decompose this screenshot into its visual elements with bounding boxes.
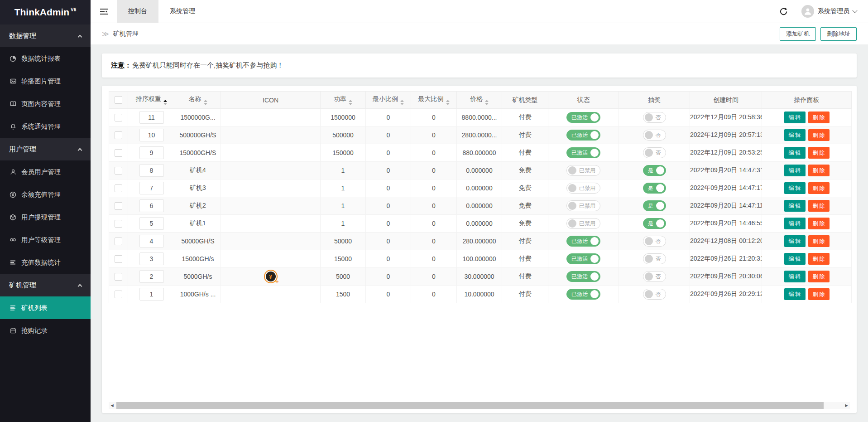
sort-weight-input[interactable]: 3 — [139, 252, 164, 265]
add-miner-button[interactable]: 添加矿机 — [780, 27, 816, 41]
status-toggle[interactable]: 已禁用 — [566, 183, 600, 194]
tab-system-management[interactable]: 系统管理 — [158, 0, 206, 23]
lottery-toggle[interactable]: 否 — [643, 271, 666, 282]
horizontal-scrollbar[interactable]: ◀ ▶ — [109, 402, 850, 409]
lottery-toggle[interactable]: 否 — [643, 253, 666, 264]
row-checkbox[interactable] — [115, 202, 122, 210]
status-toggle[interactable]: 已禁用 — [566, 165, 600, 176]
delete-button[interactable]: 删除 — [808, 129, 830, 141]
lottery-toggle[interactable]: 否 — [643, 112, 666, 123]
delete-button[interactable]: 删除 — [808, 235, 830, 247]
row-checkbox[interactable] — [115, 273, 122, 281]
column-header-select[interactable] — [109, 92, 128, 109]
status-toggle[interactable]: 已禁用 — [566, 200, 600, 211]
sidebar-section-header[interactable]: 数据管理 — [0, 24, 91, 47]
delete-button[interactable]: 删除 — [808, 288, 830, 300]
sidebar-section-header[interactable]: 矿机管理 — [0, 274, 91, 296]
column-header-power[interactable]: 功率 — [321, 92, 366, 109]
row-checkbox[interactable] — [115, 114, 122, 121]
scrollbar-thumb[interactable] — [116, 402, 824, 409]
lottery-toggle[interactable]: 否 — [643, 236, 666, 247]
column-header-min_ratio[interactable]: 最小比例 — [366, 92, 411, 109]
column-header-price[interactable]: 价格 — [457, 92, 502, 109]
edit-button[interactable]: 编辑 — [784, 112, 806, 123]
scroll-left-arrow-icon[interactable]: ◀ — [109, 402, 115, 409]
delete-button[interactable]: 删除 — [808, 253, 830, 265]
status-toggle[interactable]: 已激活 — [566, 147, 600, 158]
sort-icons[interactable] — [485, 100, 489, 105]
edit-button[interactable]: 编辑 — [784, 182, 806, 194]
row-checkbox[interactable] — [115, 255, 122, 263]
lottery-toggle[interactable]: 是 — [643, 183, 666, 194]
column-header-name[interactable]: 名称 — [175, 92, 221, 109]
sort-weight-input[interactable]: 5 — [139, 217, 164, 230]
status-toggle[interactable]: 已激活 — [566, 271, 600, 282]
edit-button[interactable]: 编辑 — [784, 147, 806, 159]
delete-button[interactable]: 删除 — [808, 218, 830, 229]
sort-icons[interactable] — [349, 100, 352, 105]
user-menu[interactable]: 系统管理员 — [801, 5, 857, 18]
sort-weight-input[interactable]: 1 — [139, 288, 164, 301]
status-toggle[interactable]: 已激活 — [566, 253, 600, 264]
lottery-toggle[interactable]: 否 — [643, 147, 666, 158]
lottery-toggle[interactable]: 是 — [643, 200, 666, 211]
row-checkbox[interactable] — [115, 184, 122, 192]
sort-weight-input[interactable]: 8 — [139, 164, 164, 177]
sort-icons[interactable] — [204, 100, 207, 105]
row-checkbox[interactable] — [115, 149, 122, 157]
sidebar-item[interactable]: 数据统计报表 — [0, 47, 91, 70]
sidebar-item[interactable]: 用户等级管理 — [0, 228, 91, 251]
edit-button[interactable]: 编辑 — [784, 288, 806, 300]
delete-address-button[interactable]: 删除地址 — [820, 27, 857, 41]
refresh-icon[interactable] — [779, 7, 788, 16]
edit-button[interactable]: 编辑 — [784, 200, 806, 212]
lottery-toggle[interactable]: 是 — [643, 218, 666, 229]
lottery-toggle[interactable]: 是 — [643, 165, 666, 176]
sort-icons[interactable] — [163, 100, 167, 105]
select-all-checkbox[interactable] — [115, 96, 122, 104]
edit-button[interactable]: 编辑 — [784, 218, 806, 229]
sidebar-item[interactable]: 用户提现管理 — [0, 206, 91, 228]
sidebar-item[interactable]: 抢购记录 — [0, 319, 91, 342]
status-toggle[interactable]: 已禁用 — [566, 218, 600, 229]
delete-button[interactable]: 删除 — [808, 182, 830, 194]
delete-button[interactable]: 删除 — [808, 147, 830, 159]
edit-button[interactable]: 编辑 — [784, 165, 806, 176]
collapse-sidebar-icon[interactable] — [91, 0, 117, 23]
sidebar-item[interactable]: 余额充值管理 — [0, 183, 91, 206]
edit-button[interactable]: 编辑 — [784, 129, 806, 141]
status-toggle[interactable]: 已激活 — [566, 236, 600, 247]
sidebar-item[interactable]: 充值数据统计 — [0, 251, 91, 274]
sort-icons[interactable] — [446, 100, 450, 105]
delete-button[interactable]: 删除 — [808, 271, 830, 282]
row-checkbox[interactable] — [115, 167, 122, 175]
delete-button[interactable]: 删除 — [808, 165, 830, 176]
sidebar-item[interactable]: 轮播图片管理 — [0, 70, 91, 92]
column-header-weight[interactable]: 排序权重 — [128, 92, 175, 109]
row-checkbox[interactable] — [115, 220, 122, 228]
sort-weight-input[interactable]: 9 — [139, 146, 164, 159]
column-header-max_ratio[interactable]: 最大比例 — [411, 92, 457, 109]
row-checkbox[interactable] — [115, 238, 122, 245]
edit-button[interactable]: 编辑 — [784, 235, 806, 247]
status-toggle[interactable]: 已激活 — [566, 289, 600, 300]
sidebar-item[interactable]: 系统通知管理 — [0, 115, 91, 138]
sort-weight-input[interactable]: 11 — [139, 111, 164, 124]
sort-weight-input[interactable]: 7 — [139, 182, 164, 194]
sort-weight-input[interactable]: 6 — [139, 199, 164, 212]
status-toggle[interactable]: 已激活 — [566, 130, 600, 141]
sidebar-item[interactable]: 矿机列表 — [0, 296, 91, 319]
delete-button[interactable]: 删除 — [808, 112, 830, 123]
row-checkbox[interactable] — [115, 131, 122, 139]
row-checkbox[interactable] — [115, 291, 122, 298]
lottery-toggle[interactable]: 否 — [643, 289, 666, 300]
sort-weight-input[interactable]: 10 — [139, 129, 164, 141]
scroll-right-arrow-icon[interactable]: ▶ — [843, 402, 850, 409]
lottery-toggle[interactable]: 否 — [643, 130, 666, 141]
sidebar-section-header[interactable]: 用户管理 — [0, 138, 91, 160]
edit-button[interactable]: 编辑 — [784, 253, 806, 265]
status-toggle[interactable]: 已激活 — [566, 112, 600, 123]
delete-button[interactable]: 删除 — [808, 200, 830, 212]
sort-weight-input[interactable]: 2 — [139, 270, 164, 283]
sort-icons[interactable] — [400, 100, 404, 105]
